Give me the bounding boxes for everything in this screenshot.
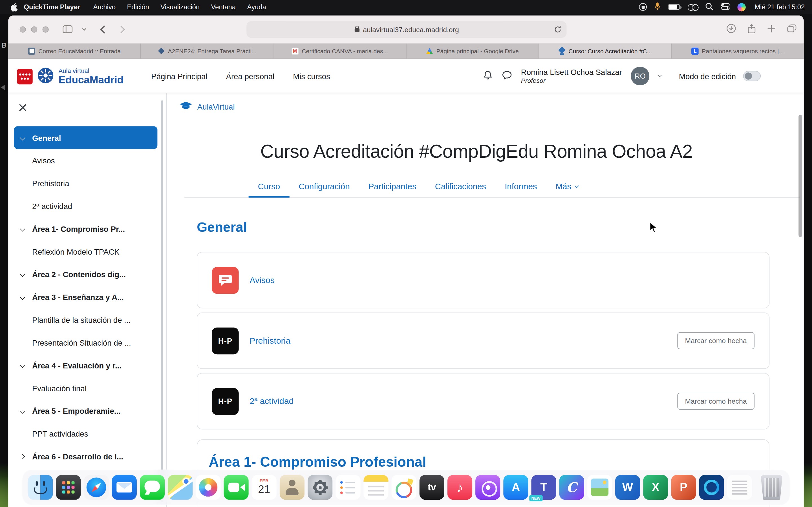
launchpad-dock-icon[interactable] (56, 475, 81, 500)
course-index-area-2-contenidos-dig[interactable]: Área 2 - Contenidos dig... (8, 263, 166, 286)
course-tab-mas[interactable]: Más (546, 176, 588, 197)
close-drawer-icon[interactable] (18, 103, 27, 112)
canva-dock-icon[interactable] (559, 475, 584, 500)
breadcrumb-link[interactable]: AulaVirtual (197, 102, 235, 111)
photos-dock-icon[interactable] (196, 475, 220, 500)
page-scrollbar[interactable] (799, 115, 802, 237)
browser-tab-5[interactable]: Curso: Curso Acreditación #C... (539, 43, 672, 58)
share-icon[interactable] (748, 24, 756, 36)
address-bar[interactable]: aulavirtual37.educa.madrid.org (246, 21, 566, 38)
course-index-prehistoria[interactable]: Prehistoria (8, 172, 166, 194)
menubar-clock[interactable]: Mié 21 feb 15:02 (755, 3, 805, 11)
control-center-icon[interactable] (721, 3, 730, 11)
freeform-dock-icon[interactable] (392, 475, 416, 500)
spotlight-icon[interactable] (705, 2, 713, 11)
teams-dock-icon[interactable]: NEW (531, 475, 556, 500)
activity-link-prehistoria[interactable]: Prehistoria (250, 336, 290, 346)
sidebar-toggle-icon[interactable] (63, 25, 72, 33)
active-app-name[interactable]: QuickTime Player (24, 3, 80, 11)
word-dock-icon[interactable] (615, 475, 640, 500)
menu-ayuda[interactable]: Ayuda (247, 3, 266, 11)
minimize-window-icon[interactable] (31, 26, 37, 33)
avatar[interactable]: RO (631, 67, 649, 86)
user-menu-chevron-icon[interactable] (658, 73, 662, 77)
course-index-area-5-empoderamie[interactable]: Área 5 - Empoderamie... (8, 399, 166, 422)
course-tab-configuracion[interactable]: Configuración (289, 176, 359, 197)
nav-mis-cursos[interactable]: Mis cursos (293, 71, 330, 80)
browser-tab-2[interactable]: A2ENE24: Entrega Tarea Prácti... (141, 43, 274, 58)
activity-link-2-actividad[interactable]: 2ª actividad (250, 396, 294, 406)
menu-visualizacion[interactable]: Visualización (160, 3, 200, 11)
zoom-window-icon[interactable] (43, 26, 49, 33)
notes-dock-icon[interactable] (363, 475, 388, 500)
browser-tab-1[interactable]: Correo EducaMadrid :: Entrada (8, 43, 141, 58)
menu-edicion[interactable]: Edición (127, 3, 149, 11)
educamadrid-logo[interactable]: Aula virtual EducaMadrid (17, 67, 124, 86)
appletv-dock-icon[interactable] (419, 475, 444, 500)
activity-link-avisos[interactable]: Avisos (250, 275, 274, 285)
link-icon[interactable] (688, 4, 698, 10)
menu-archivo[interactable]: Archivo (93, 3, 116, 11)
course-index-area-1-compromiso-pr[interactable]: Área 1- Compromiso Pr... (8, 217, 166, 240)
edge-dock-icon[interactable] (699, 475, 724, 500)
excel-dock-icon[interactable] (643, 475, 668, 500)
safari-dock-icon[interactable] (84, 475, 109, 500)
forward-button[interactable] (120, 25, 125, 34)
microphone-icon[interactable] (655, 2, 660, 12)
course-index-reflexion-modelo-tpack[interactable]: Reflexión Modelo TPACK (8, 240, 166, 263)
tab-overview-icon[interactable] (787, 24, 797, 35)
edit-mode-toggle[interactable] (743, 71, 761, 81)
nav-pagina-principal[interactable]: Página Principal (151, 71, 207, 80)
trash-dock-icon[interactable] (759, 475, 784, 500)
course-tab-calificaciones[interactable]: Calificaciones (426, 176, 495, 197)
course-index-plantilla-de-la-situacion-de[interactable]: Plantilla de la situación de ... (8, 308, 166, 331)
finder-dock-icon[interactable] (28, 475, 53, 500)
chevron-right-icon[interactable] (20, 454, 25, 459)
appstore-dock-icon[interactable] (503, 475, 528, 500)
music-dock-icon[interactable] (448, 475, 472, 500)
browser-tab-4[interactable]: Página principal - Google Drive (406, 43, 539, 58)
messages-bubble-icon[interactable] (502, 70, 512, 82)
course-tab-informes[interactable]: Informes (495, 176, 546, 197)
browser-tab-6[interactable]: LPantalones vaqueros rectos |... (672, 43, 804, 58)
course-index-presentacion-situacion-de[interactable]: Presentación Situación de ... (8, 331, 166, 354)
course-index-area-4-evaluacion-y-r[interactable]: Área 4 - Evaluación y r... (8, 354, 166, 377)
podcasts-dock-icon[interactable] (475, 475, 500, 500)
reload-icon[interactable] (554, 26, 561, 35)
mark-done-button[interactable]: Marcar como hecha (677, 393, 755, 410)
course-index-area-3-ensenanza-y-a[interactable]: Área 3 - Enseñanza y A... (8, 286, 166, 308)
close-window-icon[interactable] (20, 26, 26, 33)
battery-icon[interactable] (668, 4, 680, 10)
course-index-avisos[interactable]: Avisos (8, 149, 166, 172)
messages-dock-icon[interactable] (140, 475, 165, 500)
facetime-dock-icon[interactable] (223, 475, 248, 500)
chevron-down-icon[interactable] (20, 408, 25, 413)
chevron-down-icon[interactable] (20, 363, 25, 368)
nav-area-personal[interactable]: Área personal (226, 71, 274, 80)
user-name[interactable]: Romina Lisett Ochoa Salazar (521, 68, 622, 77)
chevron-down-icon[interactable] (20, 226, 25, 231)
settings-dock-icon[interactable] (308, 475, 333, 500)
chevron-down-icon[interactable] (20, 294, 25, 299)
browser-tab-3[interactable]: Certificado CANVA - maria.des... (273, 43, 406, 58)
mark-done-button[interactable]: Marcar como hecha (677, 332, 755, 349)
contacts-dock-icon[interactable] (280, 475, 305, 500)
sidebar-scrollbar[interactable] (161, 100, 163, 502)
course-index-evaluacion-final[interactable]: Evaluación final (8, 377, 166, 399)
preview-dock-icon[interactable] (587, 475, 612, 500)
chevron-down-icon[interactable] (20, 135, 25, 140)
calendar-dock-icon[interactable]: FEB21 (252, 475, 276, 500)
course-index-general[interactable]: General (14, 126, 158, 149)
stop-recording-icon[interactable] (639, 3, 647, 11)
course-index-ppt-actividades[interactable]: PPT actividades (8, 422, 166, 445)
chevron-down-icon[interactable] (20, 272, 25, 277)
course-index-area-6-desarrollo-de-l[interactable]: Área 6 - Desarrollo de l... (8, 445, 166, 468)
chevron-down-icon[interactable] (82, 28, 87, 31)
siri-icon[interactable] (738, 3, 746, 11)
notifications-bell-icon[interactable] (483, 69, 493, 82)
textedit-dock-icon[interactable] (727, 475, 752, 500)
apple-menu-icon[interactable] (10, 3, 18, 11)
maps-dock-icon[interactable] (168, 475, 193, 500)
powerpoint-dock-icon[interactable] (671, 475, 696, 500)
course-index-2-actividad[interactable]: 2ª actividad (8, 194, 166, 217)
